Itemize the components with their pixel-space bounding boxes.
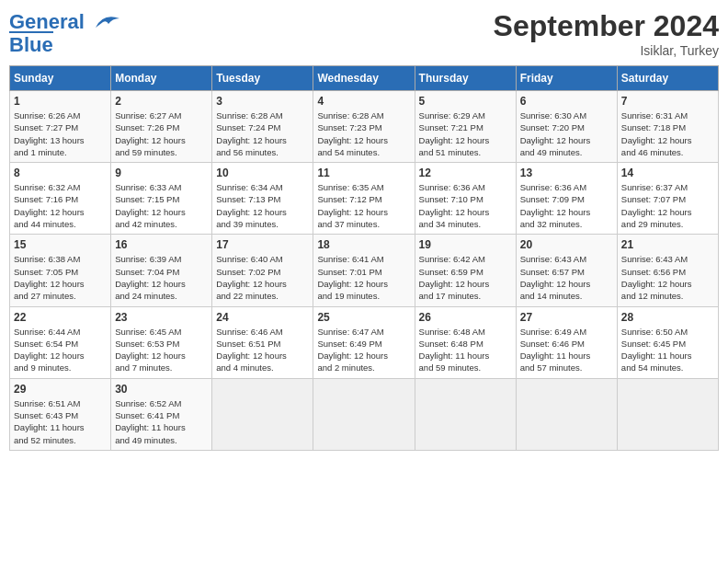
cell-line: Sunrise: 6:27 AM [115,109,208,121]
cell-line: Daylight: 12 hours [419,278,512,290]
cell-line: Sunrise: 6:33 AM [115,181,208,193]
calendar-cell: 13Sunrise: 6:36 AMSunset: 7:09 PMDayligh… [516,163,617,235]
cell-line: Daylight: 12 hours [115,134,208,146]
cell-line: Sunrise: 6:34 AM [216,181,309,193]
cell-line: and 49 minutes. [520,146,613,158]
cell-line: Daylight: 11 hours [115,421,208,433]
cell-line: and 2 minutes. [317,362,410,373]
calendar-cell: 18Sunrise: 6:41 AMSunset: 7:01 PMDayligh… [313,235,415,306]
cell-line: Sunrise: 6:50 AM [621,326,714,338]
cell-content: Sunrise: 6:39 AMSunset: 7:04 PMDaylight:… [115,253,208,302]
header-cell-wednesday: Wednesday [313,66,415,91]
calendar-cell: 6Sunrise: 6:30 AMSunset: 7:20 PMDaylight… [516,91,617,163]
title-section: September 2024 Isiklar, Turkey [494,9,719,58]
calendar-cell: 27Sunrise: 6:49 AMSunset: 6:46 PMDayligh… [516,306,617,378]
cell-line: Sunset: 7:18 PM [621,121,714,133]
cell-line: and 42 minutes. [115,218,208,230]
calendar-cell: 1Sunrise: 6:26 AMSunset: 7:27 PMDaylight… [10,91,111,163]
day-number: 24 [216,311,309,324]
calendar-cell: 24Sunrise: 6:46 AMSunset: 6:51 PMDayligh… [212,306,313,378]
cell-line: Sunset: 7:15 PM [115,193,208,205]
cell-line: Sunset: 6:49 PM [317,338,410,350]
cell-line: and 56 minutes. [216,146,309,158]
cell-line: and 22 minutes. [216,290,309,302]
cell-line: Daylight: 12 hours [621,206,714,218]
cell-line: Sunset: 7:26 PM [115,121,208,133]
cell-line: and 24 minutes. [115,290,208,302]
day-number: 12 [419,167,512,179]
cell-line: and 37 minutes. [317,218,410,230]
calendar-cell [516,378,617,450]
cell-content: Sunrise: 6:37 AMSunset: 7:07 PMDaylight:… [621,181,714,230]
cell-line: Sunset: 7:10 PM [419,193,512,205]
calendar-cell: 22Sunrise: 6:44 AMSunset: 6:54 PMDayligh… [10,306,111,378]
cell-content: Sunrise: 6:30 AMSunset: 7:20 PMDaylight:… [520,109,613,158]
cell-line: Sunrise: 6:39 AM [115,253,208,265]
cell-content: Sunrise: 6:35 AMSunset: 7:12 PMDaylight:… [317,181,410,230]
logo: General Blue [9,9,119,57]
day-number: 23 [115,311,208,324]
week-row-4: 22Sunrise: 6:44 AMSunset: 6:54 PMDayligh… [10,306,719,378]
calendar-cell: 8Sunrise: 6:32 AMSunset: 7:16 PMDaylight… [10,163,111,235]
cell-content: Sunrise: 6:40 AMSunset: 7:02 PMDaylight:… [216,253,309,302]
cell-line: and 9 minutes. [14,362,107,373]
day-number: 15 [14,238,107,251]
cell-line: Sunrise: 6:32 AM [14,181,107,193]
cell-line: Daylight: 12 hours [14,206,107,218]
cell-line: Sunset: 7:12 PM [317,193,410,205]
cell-line: Sunrise: 6:43 AM [520,253,613,265]
cell-line: Sunset: 6:51 PM [216,338,309,350]
calendar-cell [617,378,718,450]
cell-line: Daylight: 11 hours [520,350,613,362]
day-number: 20 [520,238,613,251]
cell-line: Daylight: 12 hours [317,206,410,218]
day-number: 22 [14,311,107,324]
cell-line: Daylight: 12 hours [621,134,714,146]
logo-bird-icon [86,9,119,35]
cell-line: Daylight: 12 hours [419,206,512,218]
day-number: 7 [621,95,714,108]
day-number: 25 [317,311,410,324]
day-number: 21 [621,238,714,251]
day-number: 5 [419,95,512,108]
day-number: 14 [621,167,714,179]
cell-line: and 14 minutes. [520,290,613,302]
cell-line: Sunset: 6:46 PM [520,338,613,350]
day-number: 6 [520,95,613,108]
calendar-cell: 3Sunrise: 6:28 AMSunset: 7:24 PMDaylight… [212,91,313,163]
calendar-cell: 4Sunrise: 6:28 AMSunset: 7:23 PMDaylight… [313,91,415,163]
cell-line: Sunrise: 6:49 AM [520,326,613,338]
cell-content: Sunrise: 6:36 AMSunset: 7:09 PMDaylight:… [520,181,613,230]
cell-line: and 12 minutes. [621,290,714,302]
cell-line: and 52 minutes. [14,434,107,446]
cell-line: and 32 minutes. [520,218,613,230]
day-number: 16 [115,238,208,251]
header-cell-sunday: Sunday [10,66,111,91]
day-number: 1 [14,95,107,108]
cell-line: and 59 minutes. [115,146,208,158]
month-title: September 2024 [494,9,719,43]
cell-content: Sunrise: 6:43 AMSunset: 6:57 PMDaylight:… [520,253,613,302]
cell-line: Sunset: 6:57 PM [520,266,613,278]
cell-content: Sunrise: 6:29 AMSunset: 7:21 PMDaylight:… [419,109,512,158]
cell-content: Sunrise: 6:45 AMSunset: 6:53 PMDaylight:… [115,326,208,374]
cell-content: Sunrise: 6:28 AMSunset: 7:24 PMDaylight:… [216,109,309,158]
calendar-cell: 2Sunrise: 6:27 AMSunset: 7:26 PMDaylight… [111,91,212,163]
cell-line: and 49 minutes. [115,434,208,446]
calendar-cell: 11Sunrise: 6:35 AMSunset: 7:12 PMDayligh… [313,163,415,235]
day-number: 11 [317,167,410,179]
cell-line: Sunset: 7:16 PM [14,193,107,205]
cell-line: Sunset: 7:05 PM [14,266,107,278]
calendar-cell: 9Sunrise: 6:33 AMSunset: 7:15 PMDaylight… [111,163,212,235]
week-row-3: 15Sunrise: 6:38 AMSunset: 7:05 PMDayligh… [10,235,719,306]
cell-line: Daylight: 12 hours [520,134,613,146]
cell-line: Sunrise: 6:42 AM [419,253,512,265]
cell-line: Sunset: 7:21 PM [419,121,512,133]
cell-line: and 29 minutes. [621,218,714,230]
cell-content: Sunrise: 6:52 AMSunset: 6:41 PMDaylight:… [115,397,208,446]
header-cell-monday: Monday [111,66,212,91]
cell-line: and 4 minutes. [216,362,309,373]
header-cell-saturday: Saturday [617,66,718,91]
cell-content: Sunrise: 6:34 AMSunset: 7:13 PMDaylight:… [216,181,309,230]
cell-content: Sunrise: 6:47 AMSunset: 6:49 PMDaylight:… [317,326,410,374]
